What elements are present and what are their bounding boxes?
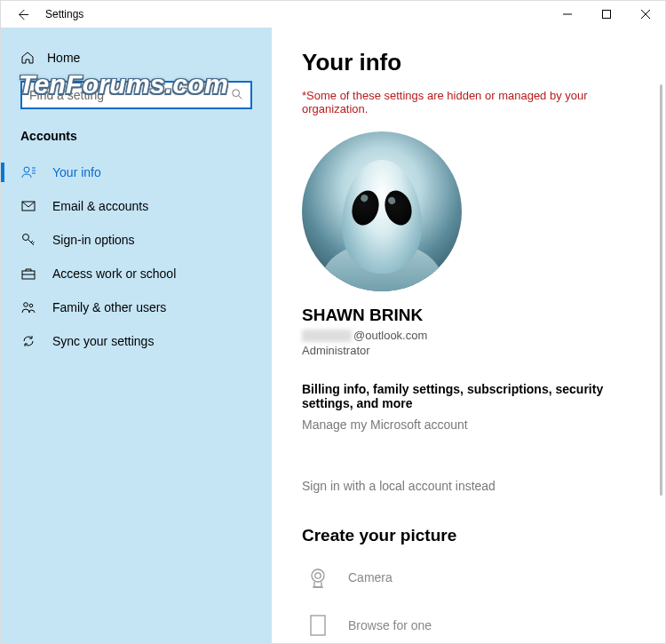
browse-option[interactable]: Browse for one <box>302 609 635 641</box>
user-email: @outlook.com <box>302 329 635 342</box>
sidebar-item-signin[interactable]: Sign-in options <box>1 223 272 257</box>
email-redacted <box>302 330 352 342</box>
home-label: Home <box>47 51 80 65</box>
avatar <box>302 131 462 291</box>
main-content: Your info *Some of these settings are hi… <box>272 28 665 643</box>
svg-point-7 <box>312 569 324 582</box>
manage-account-link[interactable]: Manage my Microsoft account <box>302 417 468 432</box>
search-input[interactable] <box>29 88 231 102</box>
camera-option[interactable]: Camera <box>302 561 635 593</box>
back-button[interactable] <box>13 5 31 23</box>
svg-rect-0 <box>603 11 611 19</box>
billing-heading: Billing info, family settings, subscript… <box>302 382 635 410</box>
sidebar-item-your-info[interactable]: Your info <box>1 155 272 189</box>
maximize-icon <box>602 10 611 19</box>
svg-rect-9 <box>311 616 325 635</box>
sidebar: Home Accounts Your info Email & accounts… <box>1 28 272 643</box>
minimize-button[interactable] <box>548 1 587 28</box>
sidebar-item-family[interactable]: Family & other users <box>1 290 272 324</box>
page-title: Your info <box>302 49 635 76</box>
sidebar-item-label: Sync your settings <box>52 334 154 348</box>
camera-icon <box>302 561 334 593</box>
sidebar-item-work[interactable]: Access work or school <box>1 257 272 290</box>
browse-label: Browse for one <box>348 618 432 632</box>
sidebar-item-email[interactable]: Email & accounts <box>1 189 272 223</box>
close-button[interactable] <box>626 1 665 28</box>
svg-point-3 <box>23 235 29 241</box>
email-suffix: @outlook.com <box>353 329 427 342</box>
close-icon <box>641 10 650 19</box>
people-icon <box>20 299 36 315</box>
svg-point-5 <box>24 303 28 307</box>
sidebar-item-label: Family & other users <box>52 300 166 314</box>
search-icon <box>231 88 243 103</box>
svg-point-6 <box>29 304 33 307</box>
home-icon <box>20 51 35 65</box>
sidebar-section-title: Accounts <box>1 125 272 155</box>
scrollbar-thumb[interactable] <box>660 84 662 496</box>
user-role: Administrator <box>302 344 635 357</box>
org-notice: *Some of these settings are hidden or ma… <box>302 89 635 115</box>
minimize-icon <box>563 10 572 19</box>
sidebar-item-label: Email & accounts <box>52 199 148 213</box>
svg-point-8 <box>315 573 321 578</box>
local-account-link[interactable]: Sign in with a local account instead <box>302 479 496 493</box>
camera-label: Camera <box>348 570 392 584</box>
scrollbar[interactable] <box>657 84 664 640</box>
browse-icon <box>302 609 334 641</box>
sidebar-item-sync[interactable]: Sync your settings <box>1 324 272 358</box>
svg-point-1 <box>233 89 240 96</box>
titlebar: Settings <box>1 1 665 28</box>
email-icon <box>20 198 36 214</box>
arrow-left-icon <box>16 8 29 21</box>
sidebar-item-label: Access work or school <box>52 266 176 281</box>
person-icon <box>20 164 36 180</box>
sidebar-item-label: Your info <box>52 165 101 179</box>
maximize-button[interactable] <box>587 1 626 28</box>
home-nav[interactable]: Home <box>1 45 272 70</box>
user-name: SHAWN BRINK <box>302 306 635 325</box>
window-controls <box>548 1 665 28</box>
sidebar-item-label: Sign-in options <box>52 233 135 247</box>
window-title: Settings <box>45 8 83 20</box>
briefcase-icon <box>20 266 36 282</box>
search-box[interactable] <box>20 81 252 109</box>
key-icon <box>20 232 36 248</box>
create-picture-title: Create your picture <box>302 526 635 545</box>
sync-icon <box>20 333 36 349</box>
